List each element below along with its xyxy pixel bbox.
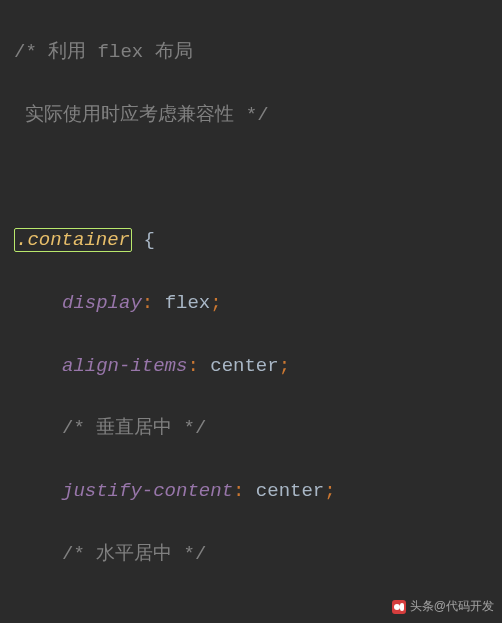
comment-line: /* 水平居中 */ (62, 543, 206, 565)
css-selector-class: .container (14, 228, 132, 252)
css-property: align-items (62, 355, 187, 377)
watermark: 头条@代码开发 (392, 597, 494, 617)
comment-line: /* 利用 flex 布局 (14, 41, 193, 63)
watermark-text: 头条@代码开发 (410, 597, 494, 617)
brace-open: { (132, 229, 155, 251)
css-value: center (210, 355, 278, 377)
toutiao-logo-icon (392, 600, 406, 614)
css-value: flex (165, 292, 211, 314)
css-value: center (256, 480, 324, 502)
comment-line: /* 垂直居中 */ (62, 417, 206, 439)
css-property: display (62, 292, 142, 314)
comment-line: 实际使用时应考虑兼容性 */ (14, 104, 269, 126)
code-editor: /* 利用 flex 布局 实际使用时应考虑兼容性 */ .container … (0, 0, 502, 623)
css-property: justify-content (62, 480, 233, 502)
